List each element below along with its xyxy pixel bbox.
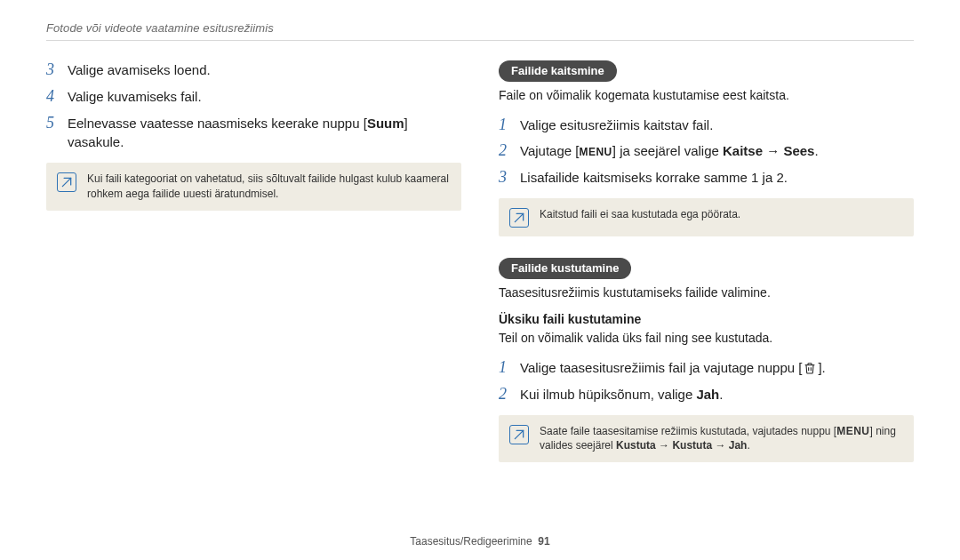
step-number: 2 — [499, 140, 511, 161]
section-pill-protect: Failide kaitsmine — [499, 60, 617, 82]
info-icon — [509, 208, 529, 228]
step-number: 3 — [499, 167, 511, 188]
bold: Kustuta — [672, 439, 712, 452]
bold: Kustuta — [616, 439, 656, 452]
bold: Jah — [729, 439, 748, 452]
step: 3 Valige avamiseks loend. — [46, 60, 461, 80]
footer-section: Taasesitus/Redigeerimine — [410, 535, 532, 548]
right-column: Failide kaitsmine Faile on võimalik koge… — [499, 60, 914, 478]
left-column: 3 Valige avamiseks loend. 4 Valige kuvam… — [46, 60, 461, 478]
step-number: 2 — [499, 384, 511, 404]
paragraph: Taasesitusrežiimis kustutamiseks failide… — [499, 284, 914, 302]
arrow-icon: → — [656, 439, 673, 452]
step-text: Valige kuvamiseks fail. — [68, 87, 461, 107]
step-text: Vajutage [MENU] ja seejärel valige Kaits… — [520, 141, 914, 161]
paragraph: Faile on võimalik kogemata kustutamise e… — [499, 87, 914, 105]
text: Saate faile taasesitamise režiimis kustu… — [540, 425, 836, 437]
note-text: Kaitstud faili ei saa kustutada ega pöör… — [540, 207, 740, 222]
text: Valige taasesitusrežiimis fail ja vajuta… — [520, 360, 802, 375]
info-icon — [57, 172, 76, 192]
step: 1 Valige esitusrežiimis kaitstav fail. — [499, 116, 914, 135]
bold: Jah — [696, 387, 719, 402]
step-text: Kui ilmub hüpiksõnum, valige Jah. — [520, 385, 914, 404]
arrow-icon: → — [763, 143, 783, 158]
text: ] ja seejärel valige — [612, 143, 723, 158]
text: Vajutage [ — [520, 143, 579, 158]
page: Fotode või videote vaatamine esitusrežii… — [0, 0, 960, 560]
page-footer: Taasesitus/Redigeerimine 91 — [0, 535, 960, 548]
step-text: Valige taasesitusrežiimis fail ja vajuta… — [520, 358, 914, 378]
step-number: 1 — [499, 115, 511, 135]
columns: 3 Valige avamiseks loend. 4 Valige kuvam… — [46, 60, 914, 478]
info-icon — [509, 425, 529, 444]
note-box: Saate faile taasesitamise režiimis kustu… — [499, 415, 914, 463]
bold: Sees — [783, 143, 814, 158]
step-number: 3 — [46, 60, 59, 80]
note-box: Kui faili kategooriat on vahetatud, siis… — [46, 163, 461, 211]
divider — [46, 40, 914, 41]
note-text: Saate faile taasesitamise režiimis kustu… — [540, 424, 901, 454]
step-text: Eelnevasse vaatesse naasmiseks keerake n… — [68, 114, 461, 153]
text: . — [747, 439, 749, 452]
step: 1 Valige taasesitusrežiimis fail ja vaju… — [499, 358, 914, 378]
sub-heading: Üksiku faili kustutamine — [499, 312, 914, 326]
step: 2 Vajutage [MENU] ja seejärel valige Kai… — [499, 141, 914, 161]
step-text: Valige esitusrežiimis kaitstav fail. — [520, 116, 914, 135]
note-box: Kaitstud faili ei saa kustutada ega pöör… — [499, 198, 914, 236]
text: Eelnevasse vaatesse naasmiseks keerake n… — [68, 116, 367, 131]
step-number: 4 — [46, 86, 59, 107]
text: ]. — [818, 360, 825, 375]
running-head: Fotode või videote vaatamine esitusrežii… — [46, 21, 914, 35]
section-pill-delete: Failide kustutamine — [499, 258, 631, 279]
step: 3 Lisafailide kaitsmiseks korrake samme … — [499, 168, 914, 188]
step-text: Lisafailide kaitsmiseks korrake samme 1 … — [520, 168, 914, 188]
step: 4 Valige kuvamiseks fail. — [46, 87, 461, 107]
text: . — [719, 387, 723, 402]
note-text: Kui faili kategooriat on vahetatud, siis… — [87, 172, 449, 202]
step-number: 1 — [499, 357, 511, 378]
bold: Kaitse — [723, 143, 763, 158]
bold: Suum — [367, 116, 404, 131]
step-number: 5 — [46, 113, 59, 133]
paragraph: Teil on võimalik valida üks fail ning se… — [499, 330, 914, 348]
text: Kui ilmub hüpiksõnum, valige — [520, 387, 696, 402]
step: 2 Kui ilmub hüpiksõnum, valige Jah. — [499, 385, 914, 404]
step: 5 Eelnevasse vaatesse naasmiseks keerake… — [46, 114, 461, 153]
menu-label: MENU — [836, 425, 869, 437]
trash-icon — [802, 361, 818, 375]
step-text: Valige avamiseks loend. — [68, 60, 461, 80]
page-number: 91 — [538, 535, 549, 548]
menu-label: MENU — [579, 146, 612, 158]
arrow-icon: → — [712, 439, 729, 452]
text: . — [814, 143, 818, 158]
